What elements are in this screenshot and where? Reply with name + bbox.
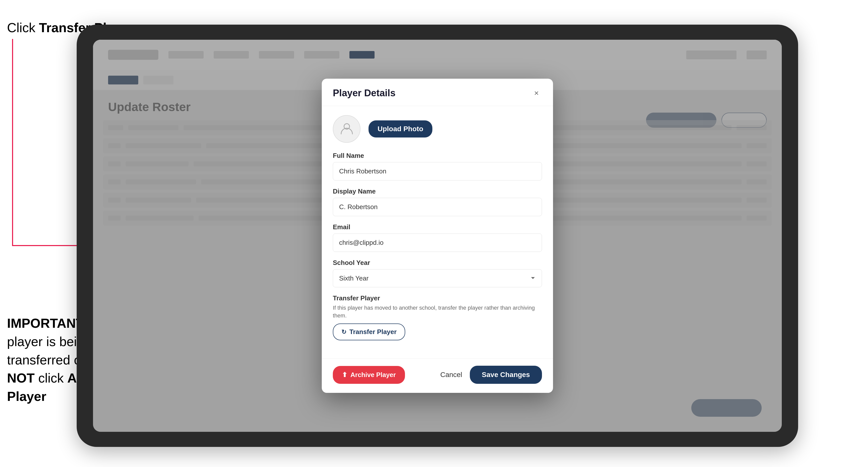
transfer-player-button[interactable]: ↻ Transfer Player bbox=[333, 323, 405, 340]
avatar-section: Upload Photo bbox=[333, 115, 542, 143]
transfer-description: If this player has moved to another scho… bbox=[333, 304, 542, 320]
display-name-input[interactable] bbox=[333, 198, 542, 216]
modal-close-button[interactable]: × bbox=[531, 88, 542, 99]
archive-player-button[interactable]: ⬆ Archive Player bbox=[333, 366, 405, 384]
modal-body: Upload Photo Full Name Display Name bbox=[322, 106, 553, 359]
transfer-section: Transfer Player If this player has moved… bbox=[333, 294, 542, 341]
modal-footer: ⬆ Archive Player Cancel Save Changes bbox=[322, 359, 553, 393]
transfer-button-label: Transfer Player bbox=[349, 328, 397, 336]
email-group: Email bbox=[333, 223, 542, 252]
annotation-bottom-text2: click bbox=[35, 371, 67, 385]
transfer-icon: ↻ bbox=[341, 329, 346, 336]
archive-button-label: Archive Player bbox=[350, 371, 396, 379]
modal-header: Player Details × bbox=[322, 79, 553, 106]
avatar-circle bbox=[333, 115, 361, 143]
arrow-vertical bbox=[12, 39, 13, 245]
player-details-modal: Player Details × Upload Photo bbox=[322, 79, 553, 393]
full-name-group: Full Name bbox=[333, 152, 542, 181]
save-changes-button[interactable]: Save Changes bbox=[470, 366, 542, 384]
email-label: Email bbox=[333, 223, 542, 231]
user-icon bbox=[340, 122, 354, 136]
archive-icon: ⬆ bbox=[342, 371, 347, 379]
tablet-device: Update Roster bbox=[77, 25, 798, 447]
tablet-screen: Update Roster bbox=[93, 40, 782, 432]
display-name-label: Display Name bbox=[333, 187, 542, 195]
transfer-label: Transfer Player bbox=[333, 294, 542, 302]
school-year-select[interactable]: First Year Second Year Third Year Fourth… bbox=[333, 269, 542, 287]
modal-overlay: Player Details × Upload Photo bbox=[93, 40, 782, 432]
footer-right: Cancel Save Changes bbox=[440, 366, 542, 384]
school-year-group: School Year First Year Second Year Third… bbox=[333, 259, 542, 287]
annotation-important: IMPORTANT bbox=[7, 316, 84, 331]
modal-title: Player Details bbox=[333, 88, 395, 98]
full-name-label: Full Name bbox=[333, 152, 542, 160]
upload-photo-button[interactable]: Upload Photo bbox=[369, 120, 432, 137]
full-name-input[interactable] bbox=[333, 162, 542, 181]
email-input[interactable] bbox=[333, 234, 542, 252]
cancel-button[interactable]: Cancel bbox=[440, 371, 462, 379]
display-name-group: Display Name bbox=[333, 187, 542, 216]
school-year-label: School Year bbox=[333, 259, 542, 267]
